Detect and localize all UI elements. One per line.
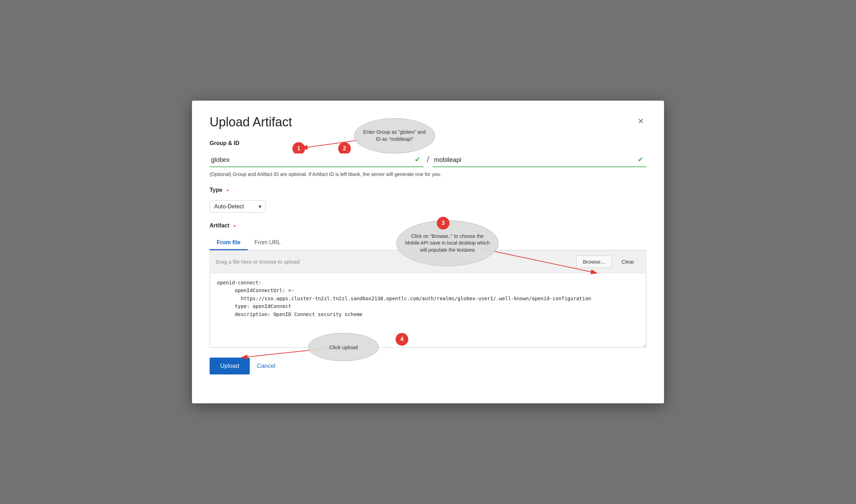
optional-text: (Optional) Group and Artifact ID are opt… [210,171,646,177]
artifact-label: Artifact [210,222,229,229]
type-label: Type [210,187,222,193]
upload-artifact-modal: Enter Group as "globex" and ID as "mobil… [192,101,664,403]
clear-button[interactable]: Clear [615,256,640,267]
upload-button[interactable]: Upload [210,358,250,374]
callout-circle-4: 4 [396,333,408,346]
close-button[interactable]: × [635,115,646,127]
group-id-label: Group & ID [210,140,239,146]
callout-bubble-4: Click upload [308,333,379,361]
slash-separator: / [423,155,433,167]
tab-from-file[interactable]: From file [210,236,248,250]
group-input-wrapper: ✔ [210,153,423,167]
cancel-button[interactable]: Cancel [257,363,275,370]
callout-circle-2: 2 [338,142,351,155]
modal-title: Upload Artifact [210,115,292,130]
artifact-required-star: * [234,224,236,231]
tab-from-url[interactable]: From URL [248,236,288,250]
type-required-star: * [227,189,229,195]
callout-circle-3: 3 [437,217,449,229]
group-input[interactable] [210,153,423,167]
action-row: Upload Cancel [210,358,646,374]
callout-circle-1: 1 [292,142,305,155]
group-id-row: ✔ / ✔ [210,153,646,167]
id-input[interactable] [433,153,646,167]
drag-placeholder-text: Drag a file here or browse to upload [216,259,573,265]
id-check-icon: ✔ [638,155,644,164]
type-section: Type * Auto-Detect OpenAPI WSDL GraphQL … [210,187,646,213]
type-select[interactable]: Auto-Detect OpenAPI WSDL GraphQL AsyncAP… [210,200,266,213]
code-textarea[interactable]: openid-connect: openIdConnectUrl: >- htt… [210,273,646,348]
group-check-icon: ✔ [415,155,421,164]
type-select-wrapper: Auto-Detect OpenAPI WSDL GraphQL AsyncAP… [210,200,266,213]
id-input-wrapper: ✔ [433,153,646,167]
callout-bubble-1: Enter Group as "globex" and ID as "mobil… [354,118,435,153]
browse-button[interactable]: Browse... [576,256,612,268]
